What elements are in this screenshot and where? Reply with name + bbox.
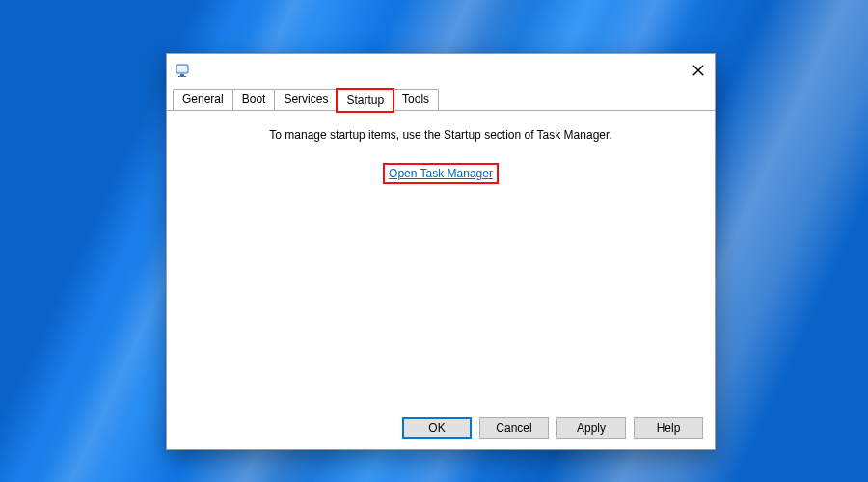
open-task-manager-wrap: Open Task Manager bbox=[383, 163, 499, 184]
svg-rect-3 bbox=[178, 76, 186, 77]
tabstrip: General Boot Services Startup Tools bbox=[167, 87, 715, 111]
tab-panel-startup: To manage startup items, use the Startup… bbox=[167, 111, 715, 407]
tab-label: Services bbox=[284, 93, 328, 106]
tab-general[interactable]: General bbox=[173, 89, 233, 110]
tab-services[interactable]: Services bbox=[274, 89, 338, 110]
close-button[interactable] bbox=[692, 64, 705, 77]
desktop-wallpaper: General Boot Services Startup Tools To m… bbox=[0, 0, 868, 482]
dialog-buttons: OK Cancel Apply Help bbox=[167, 407, 715, 449]
tab-label: Tools bbox=[402, 93, 429, 106]
msconfig-window: General Boot Services Startup Tools To m… bbox=[166, 53, 716, 450]
tab-label: Boot bbox=[242, 93, 266, 106]
startup-message: To manage startup items, use the Startup… bbox=[269, 128, 611, 142]
tab-tools[interactable]: Tools bbox=[393, 89, 439, 110]
tab-startup[interactable]: Startup bbox=[337, 89, 393, 111]
ok-button[interactable]: OK bbox=[402, 417, 472, 439]
open-task-manager-link[interactable]: Open Task Manager bbox=[389, 167, 493, 180]
tab-label: Startup bbox=[346, 94, 384, 107]
titlebar bbox=[167, 54, 715, 87]
tab-label: General bbox=[182, 93, 224, 106]
app-icon bbox=[175, 62, 192, 79]
tab-boot[interactable]: Boot bbox=[232, 89, 276, 110]
apply-button[interactable]: Apply bbox=[556, 417, 626, 439]
svg-rect-1 bbox=[177, 66, 187, 71]
svg-rect-2 bbox=[180, 74, 184, 76]
help-button[interactable]: Help bbox=[634, 417, 703, 439]
cancel-button[interactable]: Cancel bbox=[479, 417, 549, 439]
